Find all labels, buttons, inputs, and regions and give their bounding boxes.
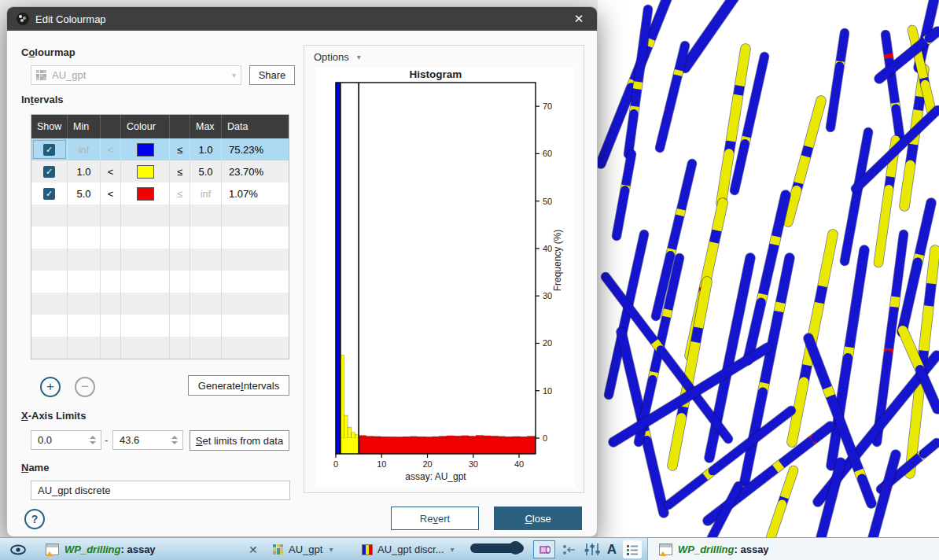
spinner-arrows-icon[interactable]	[171, 436, 178, 444]
drillholes-scene	[598, 0, 939, 537]
shelf-item-close-icon[interactable]: ✕	[249, 538, 258, 560]
data-percentage: 23.70%	[222, 160, 289, 182]
svg-text:50: 50	[543, 197, 552, 206]
table-row[interactable]: ✓5.0<≤inf1.07%	[31, 182, 289, 204]
share-button[interactable]: Share	[249, 65, 295, 85]
options-menu[interactable]: Options ▾	[314, 51, 361, 63]
svg-text:assay: AU_gpt: assay: AU_gpt	[405, 471, 466, 482]
colour-swatch[interactable]	[137, 165, 154, 179]
shelf-colourmap-value: AU_gpt	[289, 543, 322, 555]
shelf-item-name: WP_drilling	[678, 543, 735, 555]
table-row-empty[interactable]	[31, 293, 289, 315]
table-warning-icon	[46, 543, 59, 555]
dialog-title: Edit Colourmap	[35, 13, 106, 25]
scene-shelf: WP_drilling: assay ✕ AU_gpt ▾ AU_gpt dis…	[0, 537, 939, 560]
min-value: inf	[68, 138, 101, 160]
chevron-down-icon: ▾	[357, 53, 361, 61]
data-percentage: 1.07%	[222, 182, 289, 204]
close-button[interactable]: Close	[494, 507, 582, 530]
svg-text:30: 30	[469, 459, 478, 469]
drillhole	[845, 132, 868, 261]
column-header	[101, 115, 121, 138]
x-min-spinner[interactable]: 0.0	[31, 430, 101, 450]
remove-interval-button[interactable]: −	[75, 377, 95, 397]
shelf-discrete-select[interactable]: AU_gpt discr... ▾	[362, 538, 455, 560]
table-row[interactable]: ✓1.0<≤5.023.70%	[31, 160, 289, 182]
visibility-eye-icon[interactable]	[9, 538, 27, 560]
scene-3d-viewport[interactable]	[598, 0, 939, 537]
max-value: inf	[190, 182, 222, 204]
dialog-titlebar[interactable]: Edit Colourmap ✕	[7, 7, 597, 31]
histogram-chart: Histogram010203040assay: AU_gpt010203040…	[315, 68, 575, 487]
svg-text:0: 0	[333, 459, 338, 469]
slider-handle[interactable]	[509, 541, 522, 554]
add-interval-button[interactable]: +	[40, 377, 61, 397]
max-operator: ≤	[170, 182, 190, 204]
column-header: Show	[31, 115, 68, 138]
name-input[interactable]: AU_gpt discrete	[31, 481, 290, 500]
svg-text:40: 40	[543, 244, 552, 253]
chevron-down-icon: ▾	[232, 71, 236, 79]
column-header: Colour	[121, 115, 170, 138]
colourmap-select[interactable]: AU_gpt ▾	[31, 65, 241, 85]
range-separator: -	[105, 434, 108, 446]
intervals-table[interactable]: ShowMinColourMaxData✓inf<≤1.075.23%✓1.0<…	[31, 114, 289, 359]
min-value: 5.0	[68, 182, 101, 204]
values-grid-icon	[273, 544, 284, 554]
colourmap-label: Colourmap	[21, 46, 75, 58]
max-operator: ≤	[170, 160, 190, 182]
table-row-empty[interactable]	[31, 227, 289, 249]
options-label: Options	[314, 51, 349, 63]
close-icon[interactable]: ✕	[570, 12, 587, 26]
max-operator: ≤	[170, 138, 190, 160]
table-row-empty[interactable]	[31, 315, 289, 337]
opacity-slider[interactable]	[470, 543, 524, 553]
shelf-discrete-value: AU_gpt discr...	[377, 543, 444, 555]
colourmap-select-value: AU_gpt	[52, 69, 86, 81]
revert-button[interactable]: Revert	[391, 507, 479, 530]
shelf-right-panel: WP_drilling: assay	[647, 538, 939, 560]
show-checkbox[interactable]: ✓	[43, 144, 55, 156]
x-max-spinner[interactable]: 43.6	[112, 430, 183, 450]
cylinder-display-button[interactable]	[533, 540, 555, 558]
sliders-icon[interactable]	[582, 540, 602, 558]
table-row-empty[interactable]	[31, 204, 289, 227]
table-row-empty[interactable]	[31, 249, 289, 271]
chevron-down-icon: ▾	[451, 545, 455, 554]
table-row-empty[interactable]	[31, 271, 289, 293]
table-row-empty[interactable]	[31, 337, 289, 359]
x-max-value: 43.6	[120, 434, 139, 446]
filter-trace-icon[interactable]	[560, 540, 579, 558]
drillhole	[660, 46, 685, 148]
drillhole	[788, 101, 821, 222]
drillhole	[617, 154, 632, 236]
text-display-button[interactable]: A	[604, 540, 620, 558]
table-row[interactable]: ✓inf<≤1.075.23%	[31, 138, 289, 160]
edit-colourmap-dialog: Edit Colourmap ✕ Colourmap AU_gpt ▾ Shar…	[6, 6, 598, 537]
colour-swatch[interactable]	[137, 143, 154, 157]
show-checkbox[interactable]: ✓	[43, 166, 55, 178]
column-header: Max	[190, 115, 222, 138]
drillhole	[685, 0, 741, 68]
svg-text:10: 10	[543, 386, 552, 396]
legend-list-button[interactable]	[623, 540, 642, 558]
shelf-item-drilling-assay-right[interactable]: WP_drilling: assay	[659, 538, 769, 560]
drillhole	[748, 195, 786, 360]
generate-intervals-button[interactable]: Generate Intervals	[188, 375, 289, 396]
min-operator: <	[101, 182, 121, 204]
spinner-arrows-icon[interactable]	[90, 436, 96, 444]
colourmap-stripes-icon	[362, 544, 373, 555]
name-label: Name	[21, 462, 49, 473]
drillhole	[873, 455, 896, 537]
colour-swatch[interactable]	[137, 187, 154, 201]
set-limits-from-data-button[interactable]: Set limits from data	[190, 430, 289, 451]
colourmap-icon	[17, 13, 29, 25]
svg-text:20: 20	[543, 338, 552, 348]
shelf-colourmap-select[interactable]: AU_gpt ▾	[273, 538, 333, 560]
svg-text:Frequency (%): Frequency (%)	[552, 230, 563, 292]
min-operator: <	[101, 138, 121, 160]
min-value: 1.0	[68, 160, 101, 182]
shelf-item-drilling-assay[interactable]: WP_drilling: assay	[46, 538, 156, 560]
help-button[interactable]: ?	[24, 509, 45, 529]
show-checkbox[interactable]: ✓	[43, 188, 55, 200]
